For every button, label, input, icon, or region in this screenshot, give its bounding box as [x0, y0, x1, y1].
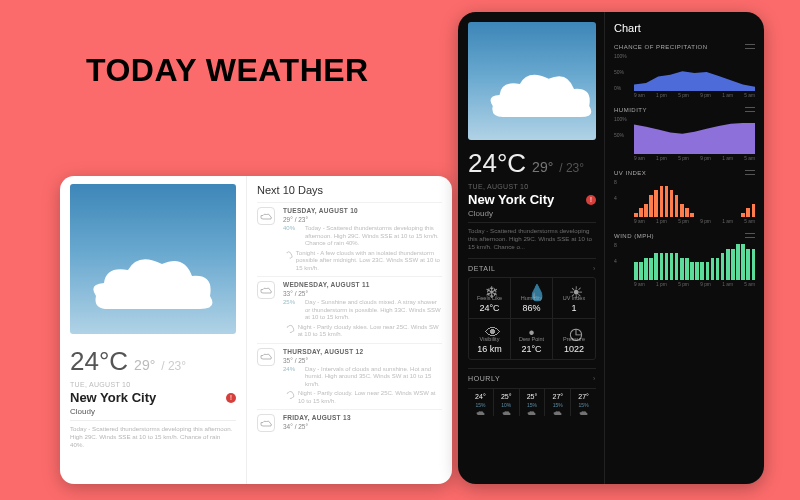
hourly-cell[interactable]: 27° 15% — [544, 388, 570, 416]
chart-bar — [746, 208, 750, 217]
detail-value: 1 — [571, 303, 576, 313]
drag-handle-icon[interactable] — [745, 233, 755, 238]
hourly-strip[interactable]: 24° 15% 25° 10% 25° 15% 27° 15% 27° 15% — [468, 388, 596, 416]
forecast-row[interactable]: THURSDAY, AUGUST 12 35° / 25° 24%Day - I… — [257, 343, 442, 410]
hourly-pct: 15% — [475, 402, 485, 408]
chart-bar — [670, 253, 674, 280]
chart-bar — [649, 195, 653, 218]
y-tick: 8 — [614, 179, 617, 185]
moon-icon — [285, 323, 295, 333]
detail-cell: 💧 Humidity 86% — [511, 278, 553, 318]
chart-bar — [746, 249, 750, 281]
detail-value: 1022 — [564, 344, 584, 354]
forecast-row[interactable]: TUESDAY, AUGUST 10 29° / 23° 40%Today - … — [257, 202, 442, 276]
x-tick: 5 am — [744, 219, 755, 227]
chart-precip-header[interactable]: CHANCE OF PRECIPITATION — [614, 44, 755, 50]
forecast-hl: 33° / 25° — [283, 290, 442, 297]
hourly-cell[interactable]: 25° 10% — [493, 388, 519, 416]
chart-bar — [639, 208, 643, 217]
drag-handle-icon[interactable] — [745, 44, 755, 49]
x-tick: 1 am — [722, 282, 733, 290]
detail-icon: ❄ — [485, 283, 495, 293]
chart-bar — [639, 262, 643, 280]
moon-icon — [285, 390, 295, 400]
alert-icon[interactable]: ! — [586, 195, 596, 205]
current-date: TUE, AUGUST 10 — [468, 183, 596, 190]
forecast-night-text: Night - Partly cloudy. Low near 25C. Win… — [298, 390, 442, 405]
hourly-cell[interactable]: 27° 15% — [570, 388, 596, 416]
forecast-night-text: Night - Partly cloudy skies. Low near 25… — [298, 324, 442, 339]
chart-bar — [680, 204, 684, 218]
chart-humidity-header[interactable]: HUMIDITY — [614, 107, 755, 113]
alert-icon[interactable]: ! — [226, 393, 236, 403]
x-tick: 9 am — [634, 282, 645, 290]
hourly-header[interactable]: HOURLY› — [468, 368, 596, 382]
x-tick: 9 am — [634, 156, 645, 164]
hourly-pct: 10% — [501, 402, 511, 408]
forecast-pane[interactable]: Next 10 Days TUESDAY, AUGUST 10 29° / 23… — [246, 176, 452, 484]
x-tick: 9 am — [634, 219, 645, 227]
cloud-icon — [579, 410, 588, 416]
x-tick: 5 pm — [678, 93, 689, 101]
city-label[interactable]: New York City — [70, 390, 156, 405]
y-tick: 8 — [614, 242, 617, 248]
chart-uv-header[interactable]: UV INDEX — [614, 170, 755, 176]
current-temp: 24°C — [70, 346, 128, 377]
x-tick: 9 pm — [700, 219, 711, 227]
chart-bar — [660, 253, 664, 280]
detail-cell: 👁 Visibility 16 km — [469, 318, 511, 359]
cloud-icon — [486, 70, 596, 130]
chevron-right-icon: › — [593, 265, 596, 272]
chart-bar — [680, 258, 684, 281]
drag-handle-icon[interactable] — [745, 107, 755, 112]
y-tick: 0% — [614, 85, 621, 91]
chart-bar — [644, 204, 648, 218]
detail-icon: 👁 — [485, 324, 495, 334]
detail-cell: ◷ Pressure 1022 — [553, 318, 595, 359]
forecast-date: THURSDAY, AUGUST 12 — [283, 348, 442, 355]
chart-wind-header[interactable]: WIND (MPH) — [614, 233, 755, 239]
chart-bar — [741, 213, 745, 218]
y-tick: 50% — [614, 69, 624, 75]
city-label[interactable]: New York City — [468, 192, 554, 207]
hourly-cell[interactable]: 24° 15% — [468, 388, 493, 416]
current-date: TUE, AUGUST 10 — [70, 381, 236, 388]
chart-bar — [675, 195, 679, 218]
precip-pct: 24% — [283, 366, 301, 389]
hourly-cell[interactable]: 25° 15% — [519, 388, 545, 416]
x-tick: 1 am — [722, 156, 733, 164]
chart-pane[interactable]: Chart CHANCE OF PRECIPITATION 100% 50% 0… — [604, 12, 764, 484]
forecast-date: WEDNESDAY, AUGUST 11 — [283, 281, 442, 288]
chart-bar — [700, 262, 704, 280]
detail-value: 16 km — [477, 344, 502, 354]
hourly-pct: 15% — [527, 402, 537, 408]
chart-bar — [685, 258, 689, 281]
current-pane: 24°C 29° / 23° TUE, AUGUST 10 New York C… — [60, 176, 246, 484]
forecast-text: Day - Intervals of clouds and sunshine. … — [305, 366, 442, 389]
x-tick: 1 pm — [656, 219, 667, 227]
y-tick: 4 — [614, 195, 617, 201]
chart-bar — [660, 186, 664, 218]
detail-icon: • — [527, 324, 537, 334]
chart-bar — [711, 258, 715, 281]
cloud-icon — [553, 410, 562, 416]
detail-cell: ☀ UV index 1 — [553, 278, 595, 318]
drag-handle-icon[interactable] — [745, 170, 755, 175]
detail-header[interactable]: DETAIL› — [468, 258, 596, 272]
high-temp: 29° — [532, 159, 553, 175]
hourly-temp: 25° — [501, 393, 512, 400]
x-tick: 5 am — [744, 282, 755, 290]
hourly-pct: 15% — [553, 402, 563, 408]
hourly-temp: 24° — [475, 393, 486, 400]
chart-uv: 8 4 9 am1 pm5 pm9 pm1 am5 am — [614, 179, 755, 227]
forecast-hl: 34° / 25° — [283, 423, 442, 430]
cloud-icon — [476, 410, 485, 416]
chevron-right-icon: › — [593, 375, 596, 382]
chart-bar — [706, 262, 710, 280]
forecast-row[interactable]: FRIDAY, AUGUST 13 34° / 25° — [257, 409, 442, 436]
dark-current-pane: 24°C 29° / 23° TUE, AUGUST 10 New York C… — [458, 12, 604, 484]
forecast-row[interactable]: WEDNESDAY, AUGUST 11 33° / 25° 25%Day - … — [257, 276, 442, 343]
cloud-icon — [257, 207, 275, 225]
high-temp: 29° — [134, 357, 155, 373]
detail-icon: 💧 — [527, 283, 537, 293]
